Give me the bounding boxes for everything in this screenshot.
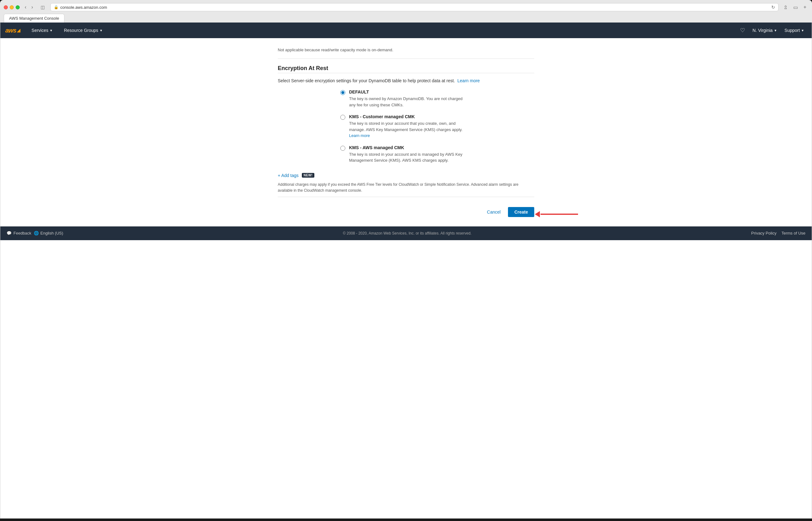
reload-button[interactable]: ↻ — [771, 5, 775, 10]
feedback-chat-icon: 💬 — [6, 231, 12, 235]
new-tab-button[interactable]: ▭ — [791, 4, 800, 11]
radio-kms-customer-input[interactable] — [340, 115, 345, 120]
active-tab[interactable]: AWS Management Console — [4, 14, 64, 23]
terms-of-use-link[interactable]: Terms of Use — [781, 231, 806, 235]
lock-icon: 🔒 — [54, 5, 59, 9]
share-button[interactable]: ⇫ — [782, 4, 789, 11]
radio-option-default: DEFAULT The key is owned by Amazon Dynam… — [340, 89, 534, 108]
radio-kms-aws-label: KMS - AWS managed CMK — [349, 145, 468, 150]
close-button[interactable] — [4, 5, 8, 9]
resource-groups-menu-button[interactable]: Resource Groups ▼ — [61, 23, 105, 38]
action-row: Cancel Create — [278, 202, 534, 226]
add-tags-row: + Add tags NEW! — [278, 170, 534, 178]
minimize-button[interactable] — [10, 5, 14, 9]
browser-actions: ⇫ ▭ + — [782, 4, 808, 11]
language-label: English (US) — [40, 231, 63, 235]
nav-buttons: ‹ › — [23, 4, 35, 10]
tab-view-button[interactable]: ◫ — [38, 4, 47, 10]
resource-groups-chevron-icon: ▼ — [99, 29, 103, 32]
radio-default-content: DEFAULT The key is owned by Amazon Dynam… — [349, 89, 468, 108]
nav-right: ♡ N. Virginia ▼ Support ▼ — [738, 26, 807, 35]
feedback-label: Feedback — [14, 231, 31, 235]
new-badge: NEW! — [302, 173, 315, 178]
support-menu-button[interactable]: Support ▼ — [782, 28, 807, 33]
region-menu-button[interactable]: N. Virginia ▼ — [750, 28, 780, 33]
browser-chrome: ‹ › ◫ 🔒 ↻ ⇫ ▭ + AWS Management Console — [0, 0, 812, 23]
region-chevron-icon: ▼ — [774, 29, 777, 32]
arrow-head — [535, 211, 540, 217]
feedback-button[interactable]: 💬 Feedback — [6, 231, 31, 235]
not-applicable-notice: Not applicable because read/write capaci… — [278, 44, 534, 59]
services-chevron-icon: ▼ — [50, 29, 53, 32]
language-button[interactable]: 🌐 English (US) — [34, 231, 63, 235]
section-description: Select Server-side encryption settings f… — [278, 78, 534, 83]
resource-groups-label: Resource Groups — [64, 28, 98, 33]
address-bar[interactable] — [60, 5, 769, 10]
learn-more-link[interactable]: Learn more — [457, 78, 480, 83]
radio-kms-customer-content: KMS - Customer managed CMK The key is st… — [349, 114, 468, 139]
address-bar-container: 🔒 ↻ — [50, 3, 779, 11]
support-chevron-icon: ▼ — [801, 29, 804, 32]
services-menu-button[interactable]: Services ▼ — [29, 23, 55, 38]
traffic-lights — [4, 5, 20, 9]
radio-kms-aws-description: The key is stored in your account and is… — [349, 151, 468, 163]
main-window: aws ◢ Services ▼ Resource Groups ▼ ♡ N. … — [0, 23, 812, 519]
section-divider — [278, 73, 534, 73]
radio-kms-aws-input[interactable] — [340, 146, 345, 151]
services-label: Services — [31, 28, 48, 33]
globe-icon: 🌐 — [34, 231, 39, 235]
maximize-button[interactable] — [16, 5, 20, 9]
radio-default-label: DEFAULT — [349, 89, 468, 94]
radio-default-description: The key is owned by Amazon DynamoDB. You… — [349, 96, 468, 108]
region-label: N. Virginia — [752, 28, 773, 33]
footer-right: Privacy Policy Terms of Use — [751, 231, 806, 235]
arrow-indicator — [535, 211, 578, 217]
section-title: Encryption At Rest — [278, 65, 534, 72]
radio-group: DEFAULT The key is owned by Amazon Dynam… — [340, 89, 534, 163]
charges-notice: Additional charges may apply if you exce… — [278, 182, 522, 194]
page-content: Not applicable because read/write capaci… — [265, 38, 547, 226]
footer-left: 💬 Feedback 🌐 English (US) — [6, 231, 63, 235]
radio-option-kms-customer: KMS - Customer managed CMK The key is st… — [340, 114, 534, 139]
forward-button[interactable]: › — [29, 4, 35, 10]
browser-tabs: AWS Management Console — [4, 14, 808, 23]
aws-footer: 💬 Feedback 🌐 English (US) © 2008 - 2020,… — [0, 226, 812, 240]
kms-customer-learn-more-link[interactable]: Learn more — [349, 133, 370, 138]
add-tab-button[interactable]: + — [802, 4, 808, 10]
radio-kms-aws-content: KMS - AWS managed CMK The key is stored … — [349, 145, 468, 163]
radio-kms-customer-label: KMS - Customer managed CMK — [349, 114, 468, 119]
arrow-line — [541, 213, 578, 215]
support-label: Support — [785, 28, 800, 33]
content-wrapper: Not applicable because read/write capaci… — [218, 38, 594, 226]
form-divider — [278, 197, 534, 197]
cancel-button[interactable]: Cancel — [483, 208, 504, 217]
footer-copyright: © 2008 - 2020, Amazon Web Services, Inc.… — [69, 231, 745, 235]
add-tags-button[interactable]: + Add tags — [278, 173, 299, 178]
radio-kms-customer-description: The key is stored in your account that y… — [349, 120, 468, 139]
aws-logo: aws ◢ — [5, 27, 20, 34]
back-button[interactable]: ‹ — [23, 4, 28, 10]
radio-option-kms-aws: KMS - AWS managed CMK The key is stored … — [340, 145, 534, 163]
browser-titlebar: ‹ › ◫ 🔒 ↻ ⇫ ▭ + — [4, 3, 808, 11]
create-button[interactable]: Create — [508, 207, 534, 217]
privacy-policy-link[interactable]: Privacy Policy — [751, 231, 777, 235]
notifications-button[interactable]: ♡ — [738, 26, 748, 35]
radio-default-input[interactable] — [340, 90, 345, 95]
aws-navbar: aws ◢ Services ▼ Resource Groups ▼ ♡ N. … — [0, 23, 812, 38]
